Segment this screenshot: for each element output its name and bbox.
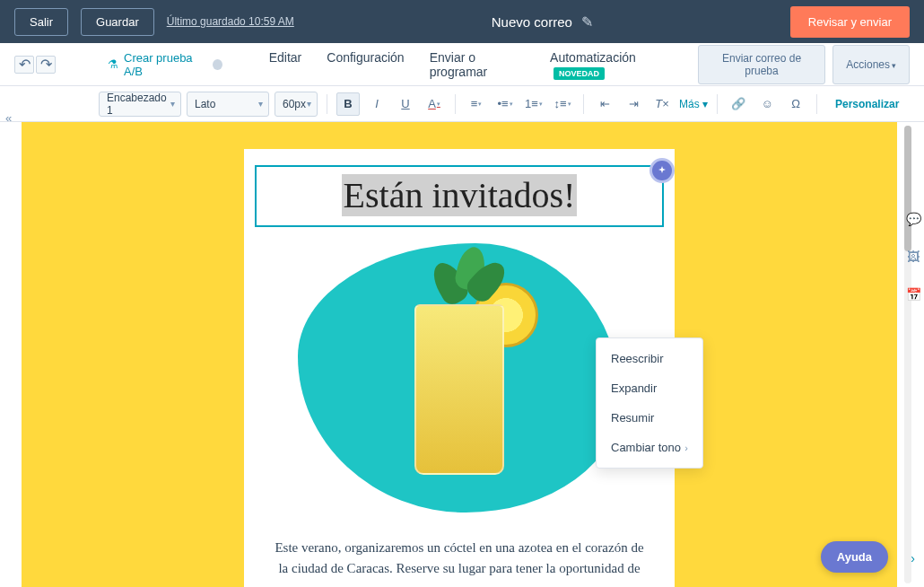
sparkle-icon [658,166,667,175]
pencil-icon[interactable]: ✎ [581,13,593,31]
ai-rewrite[interactable]: Reescribir [597,344,702,373]
tab-config[interactable]: Configuración [327,38,404,92]
heading-style-select[interactable]: Encabezado 1 [99,92,181,117]
email-body-text[interactable]: Este verano, organizaremos un cóctel en … [271,538,648,587]
indent-left-button[interactable]: ⇤ [593,92,616,116]
emoji-button[interactable]: ☺ [755,92,779,116]
novedad-badge: NOVEDAD [554,67,605,80]
clear-format-button[interactable]: T× [650,92,674,116]
personalize-link[interactable]: Personalizar [835,98,899,110]
calendar-icon[interactable]: 📅 [906,287,921,302]
send-test-button[interactable]: Enviar correo de prueba [698,45,826,84]
last-saved-link[interactable]: Último guardado 10:59 AM [167,15,294,28]
separator [717,94,718,114]
glass [405,250,513,484]
font-size-select[interactable]: 60px [275,92,318,117]
nav-right: Enviar correo de prueba Acciones▾ [698,45,910,84]
undo-redo-group: ↶ ↷ [14,56,56,74]
ab-test-label: Crear prueba A/B [124,51,207,78]
bold-button[interactable]: B [336,92,360,116]
ai-context-menu: Reescribir Expandir Resumir Cambiar tono… [596,337,703,469]
drink-illustration [298,243,621,513]
title-wrap: Nuevo correo ✎ [307,13,778,31]
separator [583,94,584,114]
info-icon [213,59,222,70]
email-background: Están invitados! [22,122,897,587]
actions-label: Acciones [846,58,890,71]
ai-expand[interactable]: Expandir [597,373,702,403]
review-send-button[interactable]: Revisar y enviar [790,6,910,38]
number-list-button[interactable]: 1≡ [522,92,545,116]
bullet-list-button[interactable]: •≡ [493,92,517,116]
indent-right-button[interactable]: ⇥ [622,92,645,116]
nav-row: ↶ ↷ ⚗ Crear prueba A/B Editar Configurac… [0,43,924,86]
line-height-button[interactable]: ↕≡ [551,92,574,116]
separator [816,94,817,114]
help-chevron-icon[interactable]: › [911,551,915,565]
tab-automation[interactable]: Automatización NOVEDAD [550,38,678,92]
glass-body [414,304,504,475]
ai-change-tone[interactable]: Cambiar tono › [597,433,702,462]
image-icon[interactable]: 🖼 [907,250,920,264]
more-dropdown[interactable]: Más ▾ [679,98,708,110]
ai-summarize[interactable]: Resumir [597,403,702,433]
align-button[interactable]: ≡ [465,92,488,116]
font-select[interactable]: Lato [187,92,269,117]
exit-button[interactable]: Salir [14,8,68,36]
canvas-area: » Están invitados! [0,122,924,587]
comments-icon[interactable]: 💬 [906,212,921,226]
help-button[interactable]: Ayuda [821,541,888,573]
canvas-scroll[interactable]: Están invitados! [22,122,897,587]
nav-tabs: Editar Configuración Enviar o programar … [269,38,678,92]
redo-button[interactable]: ↷ [36,56,56,74]
flask-icon: ⚗ [108,57,118,71]
link-button[interactable]: 🔗 [727,92,750,116]
ab-test-link[interactable]: ⚗ Crear prueba A/B [108,51,222,78]
vertical-scrollbar[interactable] [904,126,911,583]
tab-send[interactable]: Enviar o programar [430,38,525,92]
underline-button[interactable]: U [394,92,417,116]
tab-edit[interactable]: Editar [269,38,302,92]
chevron-right-icon: › [684,442,688,453]
save-button[interactable]: Guardar [81,8,154,36]
ai-assist-badge[interactable] [649,158,675,183]
italic-button[interactable]: I [365,92,388,116]
heading-block[interactable]: Están invitados! [255,165,664,227]
tab-automation-label: Automatización [550,50,636,65]
right-rail: 💬 🖼 📅 [902,197,924,302]
heading-text[interactable]: Están invitados! [342,174,578,216]
actions-dropdown[interactable]: Acciones▾ [832,45,910,84]
email-title: Nuevo correo [492,14,572,30]
format-toolbar: « Encabezado 1 Lato 60px B I U A ≡ •≡ 1≡… [0,86,924,122]
text-color-button[interactable]: A [423,92,446,116]
separator [327,94,327,114]
chevron-down-icon: ▾ [892,61,896,70]
special-char-button[interactable]: Ω [784,92,807,116]
separator [455,94,456,114]
undo-button[interactable]: ↶ [14,56,34,74]
mint-leaves [436,247,499,310]
